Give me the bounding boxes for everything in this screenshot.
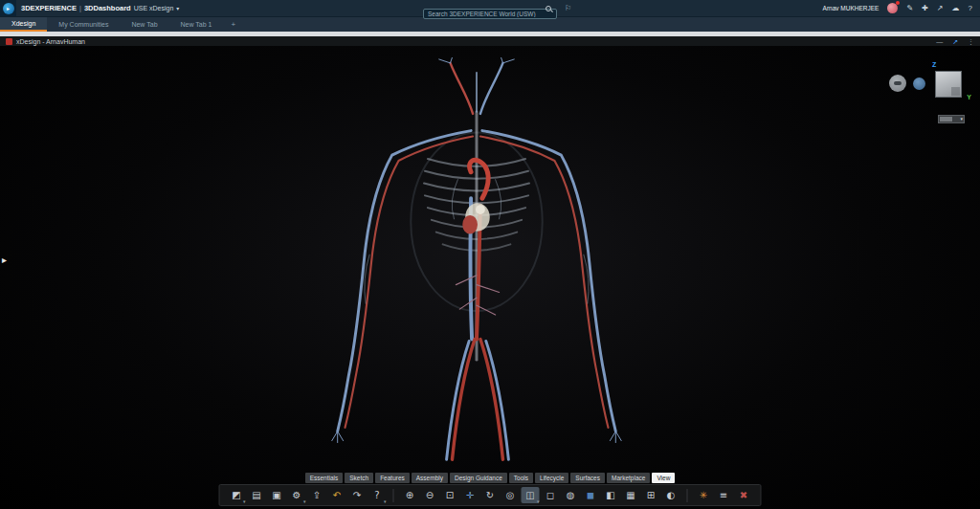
add-tab-button[interactable]: + bbox=[223, 16, 243, 32]
center-view-icon: ◎ bbox=[506, 491, 515, 500]
cylinder-view-icon: ◍ bbox=[567, 491, 575, 500]
ribbon-tab-sketch[interactable]: Sketch bbox=[345, 473, 373, 483]
redo-button[interactable]: ↷ bbox=[348, 487, 367, 503]
pan-icon: ✛ bbox=[466, 491, 474, 500]
open-button[interactable]: ▤ bbox=[248, 487, 266, 503]
rotate-button[interactable]: ↻ bbox=[481, 487, 500, 503]
shaded-render-button[interactable]: ◐ bbox=[662, 487, 680, 503]
snap-grid-button[interactable]: ⊞ bbox=[642, 487, 660, 503]
xdesign-app-icon bbox=[6, 38, 12, 45]
tab-new-tab-1[interactable]: New Tab 1 bbox=[169, 16, 224, 32]
avatar[interactable] bbox=[887, 3, 898, 13]
more-options-icon[interactable]: ⋮ bbox=[968, 38, 974, 45]
snap-grid-icon: ⊞ bbox=[647, 491, 655, 500]
new-design-button[interactable]: ◩▾ bbox=[228, 487, 246, 503]
compass-icon: ▸ bbox=[3, 3, 14, 14]
close-app-button[interactable]: ✖ bbox=[735, 487, 753, 503]
help-icon[interactable]: ? bbox=[969, 5, 972, 12]
anatomy-model[interactable] bbox=[316, 57, 637, 471]
screen: ▸ 3DEXPERIENCE | 3DDashboard USE xDesign… bbox=[0, 0, 980, 509]
cylinder-view-button[interactable]: ◍ bbox=[562, 487, 580, 503]
view-options-value bbox=[940, 117, 952, 122]
wireframe-button[interactable]: ◻ bbox=[542, 487, 560, 503]
ribbon-tab-marketplace[interactable]: Marketplace bbox=[607, 473, 650, 483]
model-tree-button[interactable]: ≡ bbox=[715, 487, 733, 503]
ribbon-tab-tools[interactable]: Tools bbox=[509, 473, 533, 483]
chevron-down-icon: ▾ bbox=[303, 498, 306, 504]
section-view-icon: ◧ bbox=[606, 491, 614, 500]
redo-icon: ↷ bbox=[353, 491, 361, 500]
named-views-icon: ◫ bbox=[525, 491, 534, 500]
mechanism-button[interactable]: ✳ bbox=[695, 487, 713, 503]
topbar-right: Arnav MUKHERJEE ✎ ✚ ↗ ☁ ? bbox=[823, 3, 980, 13]
zoom-out-icon: ⊖ bbox=[426, 491, 434, 500]
fit-all-button[interactable]: ⊡ bbox=[441, 487, 459, 503]
assistant-robot-icon[interactable] bbox=[889, 75, 906, 92]
fit-all-icon: ⊡ bbox=[446, 491, 454, 500]
help-button[interactable]: ?▾ bbox=[368, 487, 387, 503]
panel-expand-icon[interactable]: ▸ bbox=[2, 254, 7, 265]
ribbon-tab-features[interactable]: Features bbox=[375, 473, 410, 483]
tab-my-communities[interactable]: My Communities bbox=[47, 16, 120, 32]
context-selector[interactable]: USE xDesign bbox=[134, 5, 174, 11]
brand: 3DEXPERIENCE | 3DDashboard USE xDesign ▾ bbox=[21, 4, 179, 12]
search-box bbox=[423, 3, 557, 13]
app-header-actions: — ↗ ⋮ bbox=[936, 38, 974, 45]
topbar: ▸ 3DEXPERIENCE | 3DDashboard USE xDesign… bbox=[0, 0, 980, 17]
toolbar-divider bbox=[687, 489, 688, 502]
tag-icon[interactable]: ⚐ bbox=[565, 4, 571, 12]
pan-button[interactable]: ✛ bbox=[461, 487, 479, 503]
expand-icon[interactable]: ↗ bbox=[952, 38, 958, 45]
settings-button[interactable]: ⚙▾ bbox=[288, 487, 306, 503]
export-button[interactable]: ⇪ bbox=[308, 487, 326, 503]
ribbon-tab-lifecycle[interactable]: Lifecycle bbox=[535, 473, 568, 483]
view-options-dropdown[interactable]: ▾ bbox=[938, 115, 965, 123]
save-icon: ▣ bbox=[272, 491, 280, 500]
center-view-button[interactable]: ◎ bbox=[501, 487, 520, 503]
ribbon-tabbar: EssentialsSketchFeaturesAssemblyDesign G… bbox=[0, 473, 980, 483]
ribbon-tab-design-guidance[interactable]: Design Guidance bbox=[450, 473, 507, 483]
viewport-3d[interactable]: ▸ bbox=[0, 46, 980, 509]
compose-icon[interactable]: ✎ bbox=[906, 5, 913, 12]
search-icon[interactable] bbox=[546, 6, 551, 11]
undo-button[interactable]: ↶ bbox=[328, 487, 346, 503]
zoom-in-button[interactable]: ⊕ bbox=[401, 487, 419, 503]
cloud-icon[interactable]: ☁ bbox=[952, 5, 960, 12]
user-name[interactable]: Arnav MUKHERJEE bbox=[823, 5, 880, 11]
bounding-box-button[interactable]: ◼ bbox=[582, 487, 600, 503]
toolbar-divider bbox=[393, 489, 394, 502]
3ds-compass-logo-icon[interactable]: ▸ bbox=[0, 0, 16, 16]
ribbon-tab-surfaces[interactable]: Surfaces bbox=[570, 473, 605, 483]
vr-mode-icon[interactable] bbox=[913, 77, 925, 90]
grid-button[interactable]: ▦ bbox=[622, 487, 640, 503]
tab-xdesign[interactable]: Xdesign bbox=[0, 16, 47, 32]
ribbon-tab-assembly[interactable]: Assembly bbox=[412, 473, 448, 483]
tab-new-tab[interactable]: New Tab bbox=[120, 16, 168, 32]
close-app-icon: ✖ bbox=[740, 491, 747, 500]
brand-platform: 3DEXPERIENCE bbox=[21, 4, 77, 12]
open-icon: ▤ bbox=[252, 491, 260, 500]
zoom-out-button[interactable]: ⊖ bbox=[421, 487, 439, 503]
named-views-button[interactable]: ◫▾ bbox=[522, 487, 540, 503]
chevron-down-icon: ▾ bbox=[243, 498, 246, 504]
viewcube-wrap: Z Y bbox=[932, 67, 965, 100]
search-input[interactable] bbox=[423, 9, 557, 19]
grid-icon: ▦ bbox=[626, 491, 635, 500]
settings-icon: ⚙ bbox=[293, 491, 301, 500]
add-icon[interactable]: ✚ bbox=[922, 5, 928, 12]
section-view-button[interactable]: ◧ bbox=[602, 487, 620, 503]
dashboard-divider bbox=[0, 32, 980, 36]
viewcube-cluster: Z Y bbox=[889, 67, 965, 100]
app-header: xDesign - ArnavHuman — ↗ ⋮ bbox=[0, 36, 980, 46]
chevron-down-icon: ▾ bbox=[537, 498, 540, 504]
ribbon-tab-essentials[interactable]: Essentials bbox=[305, 473, 344, 483]
new-design-icon: ◩ bbox=[232, 491, 240, 500]
ribbon-tab-view[interactable]: View bbox=[652, 473, 675, 483]
mechanism-icon: ✳ bbox=[700, 491, 707, 500]
shaded-render-icon: ◐ bbox=[667, 491, 676, 500]
minimize-icon[interactable]: — bbox=[936, 38, 943, 45]
chevron-down-icon[interactable]: ▾ bbox=[176, 5, 179, 11]
save-button[interactable]: ▣ bbox=[268, 487, 286, 503]
share-icon[interactable]: ↗ bbox=[937, 5, 944, 12]
view-cube[interactable] bbox=[935, 71, 962, 98]
